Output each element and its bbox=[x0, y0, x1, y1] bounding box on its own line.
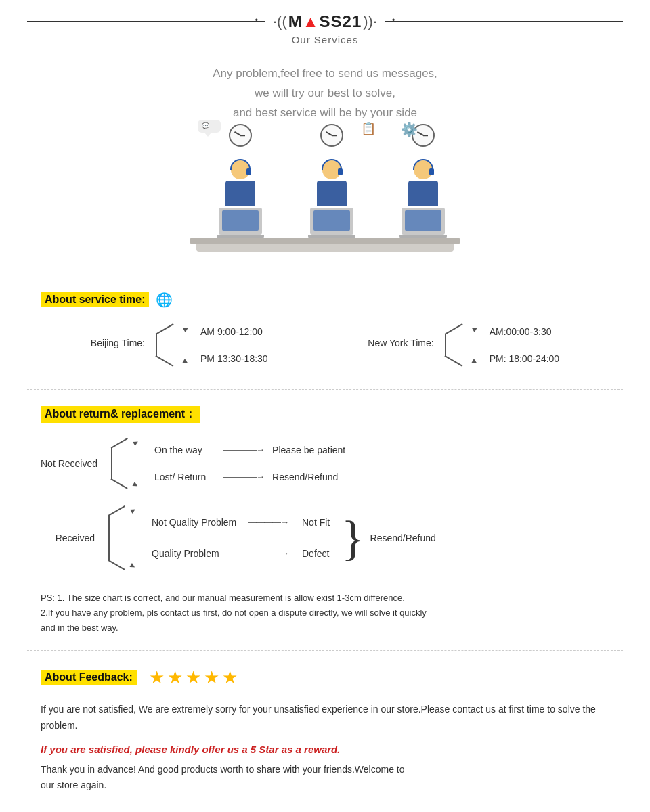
laptop-base-2 bbox=[308, 235, 355, 238]
brand-logo: M▲SS21 bbox=[288, 12, 362, 31]
received-sub-items: Not Quality Problem ————→ Not Fit Qualit… bbox=[152, 517, 336, 559]
ny-am: AM:00:00-3:30 bbox=[490, 326, 560, 337]
branch-down-ny bbox=[444, 355, 462, 366]
not-received-branch: ▶ ▶ bbox=[111, 436, 141, 491]
right-brace: } bbox=[341, 514, 365, 562]
cs-wrapper: 💬 📋 bbox=[190, 137, 460, 252]
vl-2 bbox=[108, 515, 110, 561]
not-quality-row: Not Quality Problem ————→ Not Fit bbox=[152, 517, 336, 528]
lost-return-row: Lost/ Return ————→ Resend/Refund bbox=[154, 472, 345, 482]
lost-return-text: Lost/ Return bbox=[154, 472, 215, 482]
agent-head-3 bbox=[414, 160, 433, 179]
resend-refund-2: Resend/Refund bbox=[370, 533, 436, 543]
not-quality-text: Not Quality Problem bbox=[152, 517, 240, 528]
arrow-1: ————→ bbox=[223, 445, 264, 455]
desk-surface bbox=[196, 244, 454, 252]
star-4: ★ bbox=[204, 667, 219, 688]
arrow-3: ————→ bbox=[248, 517, 288, 527]
quality-text: Quality Problem bbox=[152, 548, 240, 559]
beijing-pm: PM 13:30-18:30 bbox=[200, 353, 268, 364]
ny-time-block: New York Time: ▶ ▶ AM:00:00-3:30 PM: 18:… bbox=[368, 321, 559, 369]
agent-body-1 bbox=[225, 181, 255, 206]
divider-1 bbox=[27, 275, 623, 275]
page-header: ·(( M▲SS21 ))· Our Services bbox=[0, 0, 650, 51]
not-received-items: On the way ————→ Please be patient Lost/… bbox=[154, 445, 345, 482]
screen-3 bbox=[405, 210, 441, 231]
gear-bubble: ⚙️ bbox=[401, 121, 418, 137]
intro-section: Any problem,feel free to send us message… bbox=[0, 51, 650, 130]
clock-hand-6 bbox=[423, 135, 428, 136]
ny-branch: ▶ ▶ bbox=[445, 321, 479, 369]
star-2: ★ bbox=[167, 667, 183, 688]
service-time-heading: About service time: 🌐 bbox=[0, 282, 650, 315]
beijing-branch: ▶ ▶ bbox=[156, 321, 190, 369]
laptop-base-1 bbox=[217, 235, 264, 238]
return-section: Not Received ▶ ▶ On the way ————→ Please… bbox=[0, 430, 650, 585]
laptop-1 bbox=[219, 208, 262, 235]
feedback-heading: About Feedback: ★ ★ ★ ★ ★ bbox=[0, 658, 650, 695]
clock-2 bbox=[320, 124, 343, 147]
feedback-satisfied-text: If you are satisfied, please kindly offe… bbox=[41, 744, 340, 755]
laptop-2 bbox=[310, 208, 353, 235]
not-fit-text: Not Fit bbox=[302, 517, 336, 528]
beijing-label: Beijing Time: bbox=[91, 338, 145, 348]
service-time-grid: Beijing Time: ▶ ▶ AM 9:00-12:00 PM 13:30… bbox=[0, 315, 650, 382]
return-label: About return& replacement： bbox=[41, 406, 200, 423]
agent-body-2 bbox=[317, 181, 347, 206]
resend-refund-1: Resend/Refund bbox=[272, 472, 338, 482]
agent-head-2 bbox=[322, 160, 341, 179]
feedback-thank-2: our store again. bbox=[41, 780, 106, 790]
laptop-3 bbox=[402, 208, 445, 235]
ny-label: New York Time: bbox=[368, 338, 433, 348]
headphone-3 bbox=[413, 159, 433, 170]
agent-2: 📋 bbox=[308, 160, 355, 238]
bl-down1 bbox=[111, 478, 128, 489]
vl-1 bbox=[111, 447, 112, 480]
feedback-satisfied: If you are satisfied, please kindly offe… bbox=[0, 741, 650, 758]
arrow-2: ————→ bbox=[223, 472, 264, 482]
clock-hand-3 bbox=[326, 131, 332, 135]
ps-line2: 2.If you have any problem, pls contact u… bbox=[41, 608, 427, 618]
clock-hand-5 bbox=[417, 131, 423, 135]
received-branch: ▶ ▶ bbox=[108, 504, 138, 572]
star-5: ★ bbox=[222, 667, 238, 688]
screen-1 bbox=[222, 210, 259, 231]
logo-area: ·(( M▲SS21 ))· bbox=[265, 12, 385, 31]
not-received-label: Not Received bbox=[41, 458, 98, 469]
line-left bbox=[27, 21, 265, 22]
header-decoration: ·(( M▲SS21 ))· bbox=[27, 12, 623, 31]
speech-bubble: 💬 bbox=[198, 120, 221, 133]
ps-notes: PS: 1. The size chart is correct, and ou… bbox=[0, 585, 650, 644]
feedback-unsatisfied: If you are not satisfied, We are extreme… bbox=[0, 695, 650, 741]
feedback-unsatisfied-text: If you are not satisfied, We are extreme… bbox=[41, 704, 596, 731]
agent-body-3 bbox=[408, 181, 438, 206]
arrow-4: ————→ bbox=[248, 548, 288, 558]
desk-top bbox=[190, 238, 460, 244]
branch-up-beijing bbox=[156, 323, 174, 334]
bl-up1 bbox=[111, 438, 128, 448]
not-received-group: Not Received ▶ ▶ On the way ————→ Please… bbox=[41, 436, 609, 491]
star-1: ★ bbox=[149, 667, 165, 688]
received-label: Received bbox=[41, 533, 95, 543]
ps-line1: PS: 1. The size chart is correct, and ou… bbox=[41, 593, 405, 603]
star-3: ★ bbox=[186, 667, 201, 688]
quality-row: Quality Problem ————→ Defect bbox=[152, 548, 336, 559]
please-patient-text: Please be patient bbox=[272, 445, 345, 455]
divider-3 bbox=[27, 650, 623, 651]
defect-text: Defect bbox=[302, 548, 336, 559]
star-rating: ★ ★ ★ ★ ★ bbox=[149, 667, 238, 688]
globe-icon: 🌐 bbox=[156, 292, 173, 308]
ps-line3: and in the best way. bbox=[41, 623, 118, 633]
wave-right-icon: ))· bbox=[363, 13, 377, 30]
line-right bbox=[385, 21, 623, 22]
feedback-thank-1: Thank you in advance! And good products … bbox=[41, 764, 404, 775]
bl-down2 bbox=[108, 560, 125, 570]
agent-1: 💬 bbox=[217, 160, 264, 238]
on-the-way-text: On the way bbox=[154, 445, 215, 455]
bl-up2 bbox=[108, 505, 125, 516]
agent-3: ⚙️ bbox=[399, 160, 447, 238]
feedback-thank: Thank you in advance! And good products … bbox=[0, 758, 650, 808]
ny-times: AM:00:00-3:30 PM: 18:00-24:00 bbox=[490, 326, 560, 364]
logo-a-letter: ▲ bbox=[303, 12, 320, 30]
laptop-base-3 bbox=[399, 235, 447, 238]
